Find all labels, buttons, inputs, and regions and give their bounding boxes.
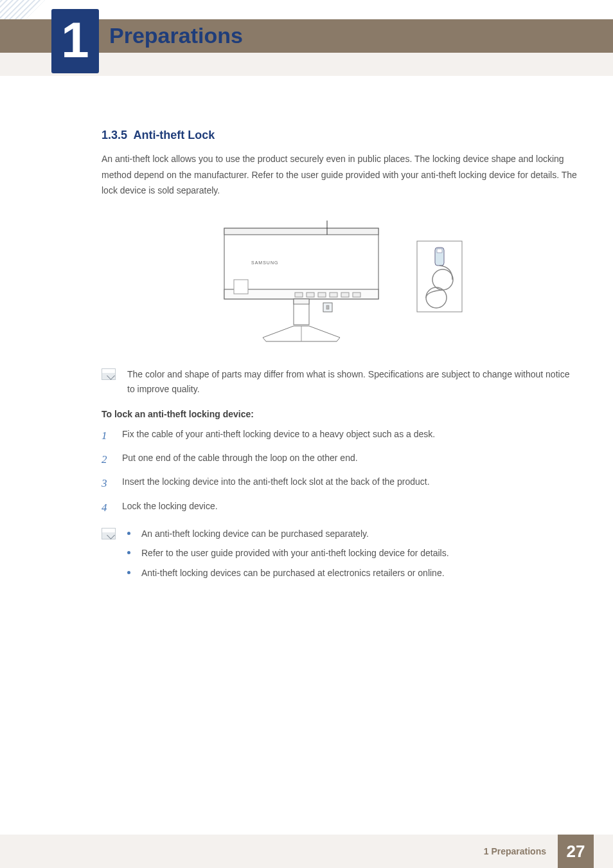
step-text: Insert the locking device into the anti-… xyxy=(122,475,430,489)
svg-rect-6 xyxy=(318,293,326,297)
procedure-heading: To lock an anti-theft locking device: xyxy=(102,409,578,419)
svg-rect-1 xyxy=(224,228,378,235)
step-text: Lock the locking device. xyxy=(122,499,218,513)
note-purchase-info: An anti-theft locking device can be purc… xyxy=(102,527,578,585)
svg-rect-3 xyxy=(234,280,248,294)
step-number: 2 xyxy=(102,451,111,468)
monitor-lock-diagram: SAMSUNG xyxy=(199,215,481,344)
note-icon xyxy=(102,368,116,380)
svg-rect-7 xyxy=(330,293,337,297)
note-spec-change: The color and shape of parts may differ … xyxy=(102,367,578,398)
bullet-item: Refer to the user guide provided with yo… xyxy=(127,546,449,560)
chapter-number: 1 xyxy=(61,15,89,68)
diagram-brand-label: SAMSUNG xyxy=(251,260,278,265)
procedure-steps: 1Fix the cable of your anti-theft lockin… xyxy=(102,427,578,516)
diagram-container: SAMSUNG xyxy=(102,215,578,344)
footer-chapter-label: 1 Preparations xyxy=(484,846,546,856)
footer-page-number: 27 xyxy=(558,835,594,868)
bullet-item: An anti-theft locking device can be purc… xyxy=(127,527,449,541)
page-content: 1.3.5 Anti-theft Lock An anti-theft lock… xyxy=(102,129,578,597)
step-item: 3Insert the locking device into the anti… xyxy=(102,475,578,492)
svg-rect-12 xyxy=(326,305,329,309)
svg-rect-9 xyxy=(353,293,360,297)
step-number: 4 xyxy=(102,499,111,516)
chapter-number-box: 1 xyxy=(51,9,99,73)
step-text: Fix the cable of your anti-theft locking… xyxy=(122,427,435,441)
svg-rect-5 xyxy=(306,293,314,297)
svg-rect-4 xyxy=(295,293,303,297)
step-number: 3 xyxy=(102,475,111,492)
step-item: 4Lock the locking device. xyxy=(102,499,578,516)
bullet-item: Anti-theft locking devices can be purcha… xyxy=(127,566,449,580)
step-item: 1Fix the cable of your anti-theft lockin… xyxy=(102,427,578,444)
step-number: 1 xyxy=(102,427,111,444)
svg-rect-18 xyxy=(437,249,442,253)
section-title: Anti-theft Lock xyxy=(133,129,215,141)
section-number: 1.3.5 xyxy=(102,129,127,141)
chapter-title: Preparations xyxy=(109,23,243,48)
note-icon xyxy=(102,528,116,539)
note-bullet-list: An anti-theft locking device can be purc… xyxy=(127,527,449,585)
section-intro: An anti-theft lock allows you to use the… xyxy=(102,151,578,199)
step-text: Put one end of the cable through the loo… xyxy=(122,451,358,465)
section-heading: 1.3.5 Anti-theft Lock xyxy=(102,129,578,142)
step-item: 2Put one end of the cable through the lo… xyxy=(102,451,578,468)
svg-rect-14 xyxy=(294,299,309,304)
note-text: The color and shape of parts may differ … xyxy=(127,367,578,398)
svg-rect-8 xyxy=(341,293,349,297)
page-footer: 1 Preparations 27 xyxy=(0,835,613,868)
